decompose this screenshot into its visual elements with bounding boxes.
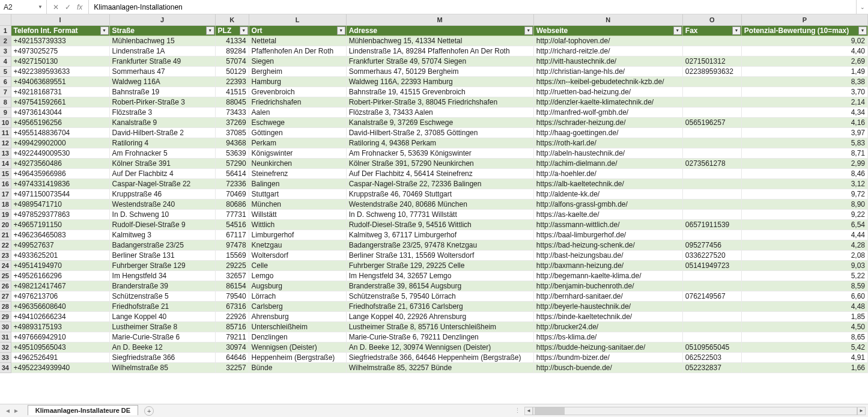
cancel-icon[interactable]: ✕ (53, 3, 59, 11)
formula-input[interactable] (89, 2, 856, 13)
formula-bar: A2 ▼ ✕ ✓ fx ⌄ (0, 0, 868, 14)
name-box-value: A2 (4, 3, 13, 11)
formula-bar-expand-icon[interactable]: ⌄ (856, 0, 868, 14)
accept-icon[interactable]: ✓ (65, 3, 71, 11)
name-box[interactable]: A2 ▼ (0, 0, 47, 14)
name-box-dropdown-icon[interactable]: ▼ (38, 4, 43, 10)
formula-bar-buttons: ✕ ✓ fx (47, 0, 89, 14)
fx-icon[interactable]: fx (77, 3, 82, 11)
